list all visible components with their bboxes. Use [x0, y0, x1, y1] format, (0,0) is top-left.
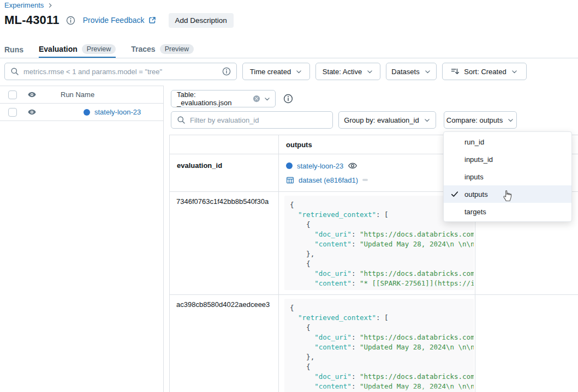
- menu-item-outputs-label: outputs: [464, 190, 488, 198]
- run-name-column-header: Run Name: [61, 91, 94, 99]
- experiment-info-icon[interactable]: [66, 16, 75, 25]
- compare-dropdown-menu: run_id inputs_id inputs outputs targets: [443, 131, 572, 222]
- tab-bar: Runs Evaluation Preview Traces Preview: [4, 44, 209, 58]
- chevron-down-icon: [366, 68, 373, 75]
- runs-search-bar: [4, 63, 237, 80]
- menu-item-inputs-id[interactable]: inputs_id: [444, 150, 571, 168]
- dataset-tag-dash: [362, 179, 368, 181]
- provide-feedback-label: Provide Feedback: [83, 16, 145, 25]
- chevron-down-icon: [511, 68, 518, 75]
- empty-header-cell: [170, 135, 279, 154]
- outputs-cell[interactable]: { "retrieved_context": [ { "doc_uri": "h…: [279, 295, 475, 392]
- tab-traces-label: Traces: [131, 45, 155, 53]
- run-name-link[interactable]: stately-loon-23: [297, 162, 343, 170]
- tab-runs-label: Runs: [4, 45, 23, 54]
- sort-label: Sort: Created: [464, 68, 506, 76]
- run-name-link[interactable]: stately-loon-23: [94, 108, 141, 116]
- runs-search-input[interactable]: [23, 68, 218, 76]
- provide-feedback-link[interactable]: Provide Feedback: [83, 16, 157, 25]
- tab-evaluation-label: Evaluation: [39, 45, 78, 53]
- external-link-icon: [148, 16, 157, 25]
- runs-table-header: Run Name: [0, 86, 163, 104]
- runs-panel: Run Name stately-loon-23: [0, 86, 164, 392]
- chevron-down-icon: [295, 68, 302, 75]
- eye-outline-icon[interactable]: [348, 161, 357, 171]
- add-description-button[interactable]: Add Description: [169, 13, 234, 28]
- visibility-eye-icon[interactable]: [27, 107, 37, 117]
- breadcrumb-experiments-link[interactable]: Experiments: [4, 1, 44, 9]
- tab-runs[interactable]: Runs: [4, 45, 23, 58]
- tabs-divider: [0, 58, 578, 58]
- breadcrumb: Experiments: [4, 1, 53, 9]
- chevron-right-icon: [47, 2, 53, 9]
- table-info-icon[interactable]: [283, 94, 293, 104]
- title-row: ML-43011 Provide Feedback Add Descriptio…: [4, 12, 234, 28]
- visibility-eye-icon[interactable]: [27, 90, 37, 99]
- select-all-checkbox[interactable]: [8, 91, 17, 99]
- preview-badge: Preview: [160, 44, 194, 54]
- search-icon: [10, 67, 19, 76]
- time-created-label: Time created: [250, 68, 291, 76]
- sort-button[interactable]: Sort: Created: [442, 63, 527, 80]
- dataset-link[interactable]: dataset (e816fad1): [299, 176, 358, 184]
- dataset-table-icon: [286, 176, 294, 184]
- evaluation-id-value: ac398cb8580d4022aedceee3: [170, 295, 279, 392]
- table-selector-label: Table: _evaluations.json: [177, 91, 249, 107]
- preview-badge: Preview: [82, 44, 116, 54]
- search-info-icon[interactable]: [222, 67, 231, 76]
- menu-item-targets[interactable]: targets: [444, 203, 571, 220]
- datasets-filter-button[interactable]: Datasets: [386, 63, 437, 80]
- group-by-label: Group by: evaluation_id: [344, 116, 419, 124]
- chevron-down-icon: [424, 117, 431, 124]
- chevron-down-icon: [507, 117, 514, 124]
- run-checkbox[interactable]: [8, 108, 17, 117]
- menu-item-outputs[interactable]: outputs: [444, 185, 571, 203]
- chevron-down-icon: [424, 68, 431, 75]
- compare-label: Compare: outputs: [446, 116, 503, 124]
- page-title: ML-43011: [4, 13, 59, 27]
- table-selector-dropdown[interactable]: Table: _evaluations.json: [171, 90, 276, 107]
- chevron-down-icon: [264, 95, 271, 102]
- evaluation-filter-bar: [171, 111, 333, 129]
- datasets-filter-label: Datasets: [391, 68, 419, 76]
- run-row[interactable]: stately-loon-23: [0, 104, 163, 121]
- menu-item-run-id[interactable]: run_id: [444, 133, 571, 150]
- compare-button[interactable]: Compare: outputs: [444, 111, 517, 129]
- clear-selection-icon[interactable]: [253, 95, 260, 102]
- state-filter-button[interactable]: State: Active: [315, 63, 380, 80]
- search-icon: [177, 116, 186, 124]
- run-color-dot: [84, 109, 90, 116]
- tab-traces[interactable]: Traces Preview: [131, 44, 194, 58]
- json-output-viewer[interactable]: { "retrieved_context": [ { "doc_uri": "h…: [284, 299, 474, 392]
- run-color-dot: [286, 162, 293, 169]
- evaluation-filter-input[interactable]: [190, 116, 327, 124]
- evaluation-id-header-cell: evaluation_id: [170, 154, 279, 191]
- checkmark-icon: [450, 190, 459, 198]
- group-by-button[interactable]: Group by: evaluation_id: [338, 111, 436, 129]
- evaluation-row[interactable]: ac398cb8580d4022aedceee3 { "retrieved_co…: [170, 295, 578, 392]
- tab-evaluation[interactable]: Evaluation Preview: [39, 44, 116, 58]
- empty-cell: [475, 295, 578, 392]
- sort-icon: [451, 67, 460, 76]
- time-created-filter-button[interactable]: Time created: [242, 63, 310, 80]
- menu-item-inputs[interactable]: inputs: [444, 168, 571, 185]
- state-filter-label: State: Active: [323, 68, 362, 76]
- evaluation-id-value: 7346f0763c1f42bb8b540f30a: [170, 192, 279, 294]
